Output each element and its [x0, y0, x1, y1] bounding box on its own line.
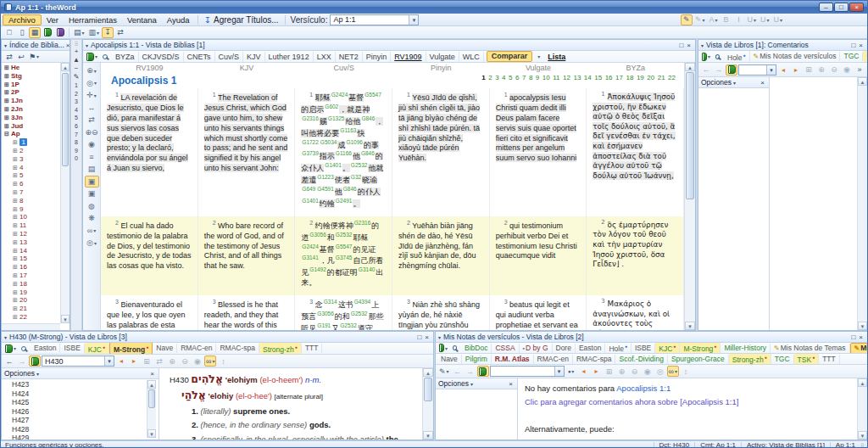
tree-chapter-10[interactable]: ⊞10: [4, 213, 60, 221]
menu-herramientas[interactable]: Herramientas: [64, 15, 122, 25]
find-in-book-icon[interactable]: ⊞: [803, 64, 815, 76]
strongs-number-link[interactable]: G3056: [309, 232, 326, 238]
pen-color-icon[interactable]: ✎▾: [693, 14, 707, 25]
previous-verse-icon[interactable]: ◎▾: [85, 77, 99, 90]
expand-icon[interactable]: ⊞: [4, 72, 11, 81]
tree-chapter-2[interactable]: ⊞2: [4, 147, 60, 155]
verse-cell-vulgate-2[interactable]: 2 qui testimonium perhibuit verbo Dei et…: [490, 216, 587, 295]
maximize-panel-icon[interactable]: □: [849, 41, 857, 50]
verse-cell-cuv-s-2[interactable]: 2 约翰便将神G2316的道G3056和G2532耶稣G2424基督G5547的…: [295, 216, 392, 295]
back-icon[interactable]: ←: [700, 64, 712, 76]
scroll-down-icon[interactable]: ▼: [147, 429, 156, 438]
strongs-number-link[interactable]: G4394: [354, 299, 371, 305]
scroll-up-icon[interactable]: ▲: [61, 63, 70, 71]
clipboard-icon[interactable]: ◉: [642, 366, 654, 377]
tree-book-2jn[interactable]: ⊞2Jn: [4, 105, 60, 114]
world-icon[interactable]: ◎▾: [85, 237, 99, 249]
verse-number[interactable]: 1: [115, 92, 119, 98]
strongs-number-link[interactable]: G314: [324, 299, 337, 305]
chapter-link-5[interactable]: 5: [509, 74, 512, 81]
chapter-link-2[interactable]: 2: [488, 74, 492, 81]
menu-ver[interactable]: Ver: [42, 15, 64, 25]
swap-icon[interactable]: ⇄: [153, 356, 165, 367]
list-item-h423[interactable]: H423: [12, 380, 147, 389]
opciones-header[interactable]: Opciones ▾ ×: [2, 368, 159, 379]
bible-tab-luther-1912[interactable]: Luther 1912: [265, 52, 314, 62]
prev-topic-icon[interactable]: ◂: [777, 64, 789, 76]
verse-number[interactable]: 1: [504, 92, 508, 98]
tab-bibdoc[interactable]: BibDoc: [461, 344, 492, 353]
tab-ttt[interactable]: TTT: [819, 355, 840, 364]
list-item-h427[interactable]: H427: [12, 416, 147, 425]
strongs-number-link[interactable]: G846: [361, 150, 375, 156]
expand-icon[interactable]: ⊞: [13, 188, 19, 197]
compare-dropdown-icon[interactable]: ▾: [532, 51, 544, 62]
goto-verse-icon[interactable]: ⊕▾: [85, 64, 99, 77]
strongs-number-link[interactable]: G3056: [317, 311, 334, 316]
book-view-3-header[interactable]: ▾ H430 (M-Strong) - Vista de Libros [3] …: [2, 332, 433, 343]
strongs-number-link[interactable]: G2424: [331, 92, 348, 98]
chevron-down-icon[interactable]: ▾: [701, 42, 704, 48]
menu-ventana[interactable]: Ventana: [122, 15, 162, 25]
expand-icon[interactable]: ⊞: [13, 255, 19, 263]
tree-book-1jn[interactable]: ⊞1Jn: [4, 97, 60, 105]
agregar-titulos-button[interactable]: ↧ Agregar Títulos...: [201, 15, 282, 25]
verse-number[interactable]: 2: [309, 220, 313, 226]
verse-number[interactable]: 2: [115, 220, 119, 226]
scroll-thumb[interactable]: [424, 378, 432, 401]
expand-icon[interactable]: ⊞: [13, 247, 19, 255]
bookmark-9[interactable]: 9: [75, 147, 78, 155]
zoom-in-icon[interactable]: ⊕: [815, 64, 827, 76]
expand-icon[interactable]: ⊞: [13, 164, 19, 172]
tab-easton[interactable]: Easton: [576, 344, 605, 353]
tab-ttt[interactable]: TTT: [302, 344, 323, 353]
list-item-h425[interactable]: H425: [12, 398, 147, 407]
bible-tab-pinyin[interactable]: Pinyin: [363, 52, 392, 62]
verse-number[interactable]: 1: [407, 92, 410, 98]
maximize-panel-icon[interactable]: □: [415, 333, 423, 342]
chapter-link-7[interactable]: 7: [522, 74, 526, 81]
strongs-number-link[interactable]: G1163: [340, 127, 356, 133]
strongs-number-link[interactable]: G3141: [302, 255, 319, 260]
search-icon[interactable]: [712, 51, 724, 62]
window-arrange-icon[interactable]: ▥▾: [87, 27, 102, 38]
close-icon[interactable]: ×: [759, 78, 766, 87]
zoom-in-out-icon[interactable]: ⊕⊖: [83, 126, 99, 139]
compare-mode-icon[interactable]: ▣: [85, 176, 99, 188]
bookmark-1[interactable]: 1: [75, 81, 78, 90]
strongs-number-link[interactable]: G1166: [336, 150, 352, 156]
undo-icon[interactable]: ↩: [15, 51, 27, 62]
dropdown-icon[interactable]: ▾: [766, 65, 776, 75]
tab-cssa[interactable]: CSSA: [492, 344, 519, 353]
chevron-down-icon[interactable]: ▾: [470, 381, 473, 387]
verse-cell-cuv-s-3[interactable]: 3 念G314这书G4394上预言G3056的和G2532那些听见G191又G2…: [295, 295, 392, 330]
single-verse-icon[interactable]: ▣: [85, 188, 99, 200]
verse-number[interactable]: 1: [309, 92, 313, 98]
bible-book-icon[interactable]: [42, 27, 53, 38]
expand-icon[interactable]: ⊞: [4, 64, 11, 72]
forward-icon[interactable]: →: [465, 366, 476, 377]
zoom-out-icon[interactable]: ⊖: [828, 64, 840, 76]
tab-m-strong[interactable]: M-Strong●: [109, 343, 153, 355]
bible-index-header[interactable]: ▾ Índice de Biblia... ×: [2, 40, 70, 51]
note-color-icon[interactable]: ▪▾: [565, 366, 577, 377]
tab-mis-notas-de-temas[interactable]: ✎Mis Notas de Temas: [771, 344, 850, 353]
strongs-number-link[interactable]: G602: [325, 104, 338, 109]
favorites-icon[interactable]: ⚑▾: [27, 51, 41, 62]
scroll-down-icon[interactable]: ▼: [685, 322, 695, 330]
chevron-down-icon[interactable]: ▾: [4, 334, 7, 340]
clipboard-icon[interactable]: ◉: [841, 64, 853, 76]
bookmark-5[interactable]: 5: [75, 114, 78, 122]
tree-book-ap[interactable]: ⊟Ap: [4, 130, 60, 138]
globe-view-icon[interactable]: ◍: [85, 200, 99, 213]
verse-number[interactable]: 1: [213, 92, 216, 98]
tree-chapter-5[interactable]: ⊞5: [4, 171, 60, 180]
status-commentary[interactable]: Cmt: Ap 1:1: [694, 442, 741, 448]
tree-chapter-17[interactable]: ⊞17: [4, 272, 60, 280]
note-combo[interactable]: ▾: [490, 366, 565, 377]
verse-cell-byza-1[interactable]: 1 Ἀποκάλυψις Ἰησοῦ χριστοῦ, ἣν ἔδωκεν αὐ…: [587, 88, 684, 216]
verse-cell-pinyin-3[interactable]: 3 Niàn zhè shū shàng yùyán de, hé nàxiē …: [392, 295, 490, 330]
scroll-up-icon[interactable]: ▲: [858, 77, 867, 86]
expand-icon[interactable]: ⊞: [13, 272, 19, 280]
chevron-down-icon[interactable]: ▾: [733, 80, 736, 86]
